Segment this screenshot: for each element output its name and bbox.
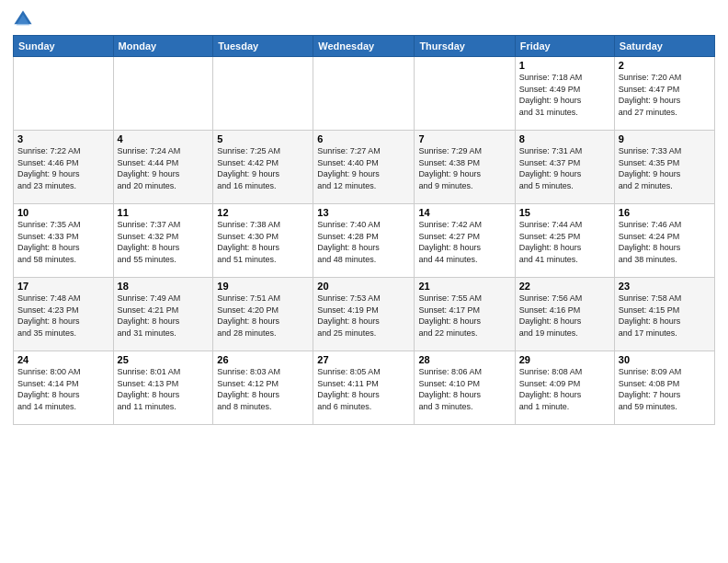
day-info: Sunrise: 7:58 AM Sunset: 4:15 PM Dayligh… bbox=[619, 293, 711, 339]
day-cell: 23Sunrise: 7:58 AM Sunset: 4:15 PM Dayli… bbox=[614, 278, 714, 351]
day-cell: 24Sunrise: 8:00 AM Sunset: 4:14 PM Dayli… bbox=[14, 351, 114, 425]
day-number: 28 bbox=[418, 354, 510, 365]
day-number: 25 bbox=[118, 354, 210, 365]
weekday-header-tuesday: Tuesday bbox=[213, 36, 313, 57]
day-cell: 16Sunrise: 7:46 AM Sunset: 4:24 PM Dayli… bbox=[614, 204, 714, 278]
day-cell: 22Sunrise: 7:56 AM Sunset: 4:16 PM Dayli… bbox=[515, 278, 614, 351]
weekday-header-sunday: Sunday bbox=[14, 36, 114, 57]
day-cell: 4Sunrise: 7:24 AM Sunset: 4:44 PM Daylig… bbox=[113, 131, 213, 204]
day-cell bbox=[313, 57, 415, 131]
day-info: Sunrise: 7:29 AM Sunset: 4:38 PM Dayligh… bbox=[418, 145, 510, 191]
day-cell: 28Sunrise: 8:06 AM Sunset: 4:10 PM Dayli… bbox=[415, 351, 515, 425]
day-cell: 13Sunrise: 7:40 AM Sunset: 4:28 PM Dayli… bbox=[313, 204, 415, 278]
day-number: 22 bbox=[519, 281, 610, 292]
day-number: 18 bbox=[118, 281, 210, 292]
day-info: Sunrise: 8:03 AM Sunset: 4:12 PM Dayligh… bbox=[217, 366, 309, 412]
day-info: Sunrise: 7:25 AM Sunset: 4:42 PM Dayligh… bbox=[217, 145, 309, 191]
weekday-header-saturday: Saturday bbox=[614, 36, 714, 57]
day-cell: 29Sunrise: 8:08 AM Sunset: 4:09 PM Dayli… bbox=[515, 351, 614, 425]
day-info: Sunrise: 7:56 AM Sunset: 4:16 PM Dayligh… bbox=[519, 293, 610, 339]
day-number: 13 bbox=[317, 207, 410, 218]
day-info: Sunrise: 7:46 AM Sunset: 4:24 PM Dayligh… bbox=[619, 219, 711, 265]
day-number: 15 bbox=[519, 207, 610, 218]
day-cell: 5Sunrise: 7:25 AM Sunset: 4:42 PM Daylig… bbox=[213, 131, 313, 204]
day-cell bbox=[415, 57, 515, 131]
day-info: Sunrise: 7:51 AM Sunset: 4:20 PM Dayligh… bbox=[217, 293, 309, 339]
calendar-table: SundayMondayTuesdayWednesdayThursdayFrid… bbox=[13, 35, 715, 425]
day-cell: 10Sunrise: 7:35 AM Sunset: 4:33 PM Dayli… bbox=[14, 204, 114, 278]
day-info: Sunrise: 7:35 AM Sunset: 4:33 PM Dayligh… bbox=[17, 219, 109, 265]
day-number: 20 bbox=[317, 281, 410, 292]
day-cell: 27Sunrise: 8:05 AM Sunset: 4:11 PM Dayli… bbox=[313, 351, 415, 425]
day-cell: 25Sunrise: 8:01 AM Sunset: 4:13 PM Dayli… bbox=[113, 351, 213, 425]
day-info: Sunrise: 7:22 AM Sunset: 4:46 PM Dayligh… bbox=[17, 145, 109, 191]
weekday-header-wednesday: Wednesday bbox=[313, 36, 415, 57]
day-number: 24 bbox=[17, 354, 109, 365]
day-info: Sunrise: 7:18 AM Sunset: 4:49 PM Dayligh… bbox=[519, 72, 610, 118]
day-number: 10 bbox=[17, 207, 109, 218]
week-row-2: 3Sunrise: 7:22 AM Sunset: 4:46 PM Daylig… bbox=[14, 131, 715, 204]
day-cell: 11Sunrise: 7:37 AM Sunset: 4:32 PM Dayli… bbox=[113, 204, 213, 278]
day-number: 8 bbox=[519, 133, 610, 144]
day-cell bbox=[14, 57, 114, 131]
day-number: 11 bbox=[118, 207, 210, 218]
day-info: Sunrise: 7:55 AM Sunset: 4:17 PM Dayligh… bbox=[418, 293, 510, 339]
day-info: Sunrise: 8:06 AM Sunset: 4:10 PM Dayligh… bbox=[418, 366, 510, 412]
logo bbox=[13, 9, 37, 29]
week-row-1: 1Sunrise: 7:18 AM Sunset: 4:49 PM Daylig… bbox=[14, 57, 715, 131]
day-cell: 8Sunrise: 7:31 AM Sunset: 4:37 PM Daylig… bbox=[515, 131, 614, 204]
day-number: 5 bbox=[217, 133, 309, 144]
day-number: 26 bbox=[217, 354, 309, 365]
day-info: Sunrise: 7:33 AM Sunset: 4:35 PM Dayligh… bbox=[619, 145, 711, 191]
day-info: Sunrise: 7:31 AM Sunset: 4:37 PM Dayligh… bbox=[519, 145, 610, 191]
day-cell: 14Sunrise: 7:42 AM Sunset: 4:27 PM Dayli… bbox=[415, 204, 515, 278]
week-row-5: 24Sunrise: 8:00 AM Sunset: 4:14 PM Dayli… bbox=[14, 351, 715, 425]
page: SundayMondayTuesdayWednesdayThursdayFrid… bbox=[0, 0, 728, 563]
day-number: 29 bbox=[519, 354, 610, 365]
day-number: 27 bbox=[317, 354, 410, 365]
day-number: 12 bbox=[217, 207, 309, 218]
day-cell: 1Sunrise: 7:18 AM Sunset: 4:49 PM Daylig… bbox=[515, 57, 614, 131]
day-number: 7 bbox=[418, 133, 510, 144]
day-number: 6 bbox=[317, 133, 410, 144]
day-cell: 30Sunrise: 8:09 AM Sunset: 4:08 PM Dayli… bbox=[614, 351, 714, 425]
day-number: 3 bbox=[17, 133, 109, 144]
week-row-4: 17Sunrise: 7:48 AM Sunset: 4:23 PM Dayli… bbox=[14, 278, 715, 351]
day-number: 19 bbox=[217, 281, 309, 292]
header bbox=[13, 9, 715, 29]
day-number: 17 bbox=[17, 281, 109, 292]
day-cell: 26Sunrise: 8:03 AM Sunset: 4:12 PM Dayli… bbox=[213, 351, 313, 425]
weekday-header-monday: Monday bbox=[113, 36, 213, 57]
day-cell: 7Sunrise: 7:29 AM Sunset: 4:38 PM Daylig… bbox=[415, 131, 515, 204]
day-number: 14 bbox=[418, 207, 510, 218]
day-number: 1 bbox=[519, 60, 610, 71]
day-cell: 15Sunrise: 7:44 AM Sunset: 4:25 PM Dayli… bbox=[515, 204, 614, 278]
day-info: Sunrise: 7:40 AM Sunset: 4:28 PM Dayligh… bbox=[317, 219, 410, 265]
day-info: Sunrise: 7:38 AM Sunset: 4:30 PM Dayligh… bbox=[217, 219, 309, 265]
day-number: 16 bbox=[619, 207, 711, 218]
logo-icon bbox=[13, 9, 33, 29]
day-cell bbox=[213, 57, 313, 131]
day-number: 23 bbox=[619, 281, 711, 292]
day-cell bbox=[113, 57, 213, 131]
day-cell: 6Sunrise: 7:27 AM Sunset: 4:40 PM Daylig… bbox=[313, 131, 415, 204]
day-info: Sunrise: 7:44 AM Sunset: 4:25 PM Dayligh… bbox=[519, 219, 610, 265]
day-info: Sunrise: 7:37 AM Sunset: 4:32 PM Dayligh… bbox=[118, 219, 210, 265]
day-info: Sunrise: 8:08 AM Sunset: 4:09 PM Dayligh… bbox=[519, 366, 610, 412]
day-cell: 21Sunrise: 7:55 AM Sunset: 4:17 PM Dayli… bbox=[415, 278, 515, 351]
day-number: 9 bbox=[619, 133, 711, 144]
day-info: Sunrise: 7:53 AM Sunset: 4:19 PM Dayligh… bbox=[317, 293, 410, 339]
day-cell: 12Sunrise: 7:38 AM Sunset: 4:30 PM Dayli… bbox=[213, 204, 313, 278]
day-cell: 9Sunrise: 7:33 AM Sunset: 4:35 PM Daylig… bbox=[614, 131, 714, 204]
day-number: 2 bbox=[619, 60, 711, 71]
day-info: Sunrise: 8:09 AM Sunset: 4:08 PM Dayligh… bbox=[619, 366, 711, 412]
day-info: Sunrise: 7:27 AM Sunset: 4:40 PM Dayligh… bbox=[317, 145, 410, 191]
day-cell: 20Sunrise: 7:53 AM Sunset: 4:19 PM Dayli… bbox=[313, 278, 415, 351]
day-number: 30 bbox=[619, 354, 711, 365]
day-cell: 17Sunrise: 7:48 AM Sunset: 4:23 PM Dayli… bbox=[14, 278, 114, 351]
day-info: Sunrise: 7:20 AM Sunset: 4:47 PM Dayligh… bbox=[619, 72, 711, 118]
day-info: Sunrise: 8:00 AM Sunset: 4:14 PM Dayligh… bbox=[17, 366, 109, 412]
weekday-header-thursday: Thursday bbox=[415, 36, 515, 57]
day-number: 21 bbox=[418, 281, 510, 292]
weekday-header-friday: Friday bbox=[515, 36, 614, 57]
